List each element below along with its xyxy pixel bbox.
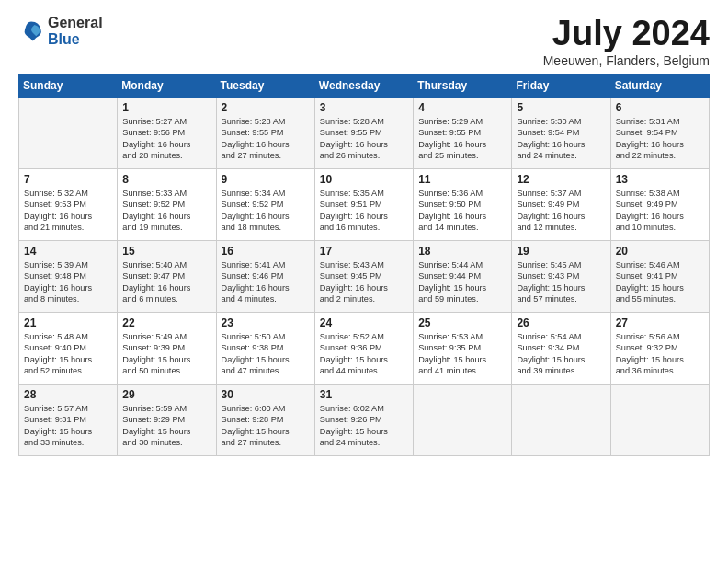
day-number: 10 [320, 173, 408, 186]
cell-content: Sunrise: 5:44 AM Sunset: 9:44 PM Dayligh… [418, 259, 506, 305]
calendar-cell: 31Sunrise: 6:02 AM Sunset: 9:26 PM Dayli… [314, 384, 413, 455]
cell-content: Sunrise: 5:29 AM Sunset: 9:55 PM Dayligh… [418, 116, 506, 162]
page-container: General Blue July 2024 Meeuwen, Flanders… [0, 0, 728, 465]
calendar-cell: 17Sunrise: 5:43 AM Sunset: 9:45 PM Dayli… [314, 240, 413, 312]
cell-content: Sunrise: 5:28 AM Sunset: 9:55 PM Dayligh… [222, 116, 310, 162]
calendar-cell: 18Sunrise: 5:44 AM Sunset: 9:44 PM Dayli… [414, 240, 512, 312]
day-number: 9 [222, 173, 310, 186]
calendar-cell: 11Sunrise: 5:36 AM Sunset: 9:50 PM Dayli… [414, 168, 512, 240]
day-number: 17 [320, 245, 408, 258]
calendar-cell: 3Sunrise: 5:28 AM Sunset: 9:55 PM Daylig… [314, 97, 413, 168]
calendar-cell: 14Sunrise: 5:39 AM Sunset: 9:48 PM Dayli… [19, 240, 118, 312]
day-number: 23 [222, 316, 310, 329]
cell-content: Sunrise: 5:45 AM Sunset: 9:43 PM Dayligh… [517, 259, 605, 305]
calendar-cell: 15Sunrise: 5:40 AM Sunset: 9:47 PM Dayli… [118, 240, 216, 312]
logo-general: General [48, 15, 103, 31]
cell-content: Sunrise: 5:31 AM Sunset: 9:54 PM Dayligh… [616, 116, 704, 162]
header-row: Sunday Monday Tuesday Wednesday Thursday… [19, 74, 710, 97]
calendar-cell: 10Sunrise: 5:35 AM Sunset: 9:51 PM Dayli… [314, 168, 413, 240]
calendar-cell: 22Sunrise: 5:49 AM Sunset: 9:39 PM Dayli… [118, 312, 216, 384]
cell-content: Sunrise: 5:37 AM Sunset: 9:49 PM Dayligh… [517, 188, 605, 234]
month-title: July 2024 [543, 15, 710, 53]
week-row-5: 28Sunrise: 5:57 AM Sunset: 9:31 PM Dayli… [19, 384, 710, 455]
calendar-cell: 5Sunrise: 5:30 AM Sunset: 9:54 PM Daylig… [512, 97, 610, 168]
day-number: 2 [222, 101, 310, 114]
day-number: 11 [418, 173, 506, 186]
cell-content: Sunrise: 5:50 AM Sunset: 9:38 PM Dayligh… [222, 331, 310, 377]
calendar-cell: 2Sunrise: 5:28 AM Sunset: 9:55 PM Daylig… [216, 97, 314, 168]
col-thursday: Thursday [414, 74, 512, 97]
day-number: 1 [122, 101, 210, 114]
cell-content: Sunrise: 5:27 AM Sunset: 9:56 PM Dayligh… [122, 116, 210, 162]
calendar-cell: 16Sunrise: 5:41 AM Sunset: 9:46 PM Dayli… [216, 240, 314, 312]
cell-content: Sunrise: 5:30 AM Sunset: 9:54 PM Dayligh… [517, 116, 605, 162]
calendar-cell: 30Sunrise: 6:00 AM Sunset: 9:28 PM Dayli… [216, 384, 314, 455]
logo: General Blue [18, 15, 103, 47]
day-number: 21 [24, 316, 112, 329]
cell-content: Sunrise: 5:36 AM Sunset: 9:50 PM Dayligh… [418, 188, 506, 234]
logo-blue: Blue [48, 31, 103, 48]
cell-content: Sunrise: 5:56 AM Sunset: 9:32 PM Dayligh… [616, 331, 704, 377]
day-number: 13 [616, 173, 704, 186]
title-block: July 2024 Meeuwen, Flanders, Belgium [543, 15, 710, 68]
day-number: 31 [320, 388, 408, 401]
day-number: 24 [320, 316, 408, 329]
day-number: 18 [418, 245, 506, 258]
day-number: 29 [122, 388, 210, 401]
day-number: 26 [517, 316, 605, 329]
cell-content: Sunrise: 5:40 AM Sunset: 9:47 PM Dayligh… [122, 259, 210, 305]
col-wednesday: Wednesday [314, 74, 413, 97]
col-sunday: Sunday [19, 74, 118, 97]
calendar-cell: 24Sunrise: 5:52 AM Sunset: 9:36 PM Dayli… [314, 312, 413, 384]
day-number: 8 [122, 173, 210, 186]
cell-content: Sunrise: 6:00 AM Sunset: 9:28 PM Dayligh… [222, 403, 310, 449]
calendar-cell: 7Sunrise: 5:32 AM Sunset: 9:53 PM Daylig… [19, 168, 118, 240]
calendar-cell: 8Sunrise: 5:33 AM Sunset: 9:52 PM Daylig… [118, 168, 216, 240]
cell-content: Sunrise: 5:54 AM Sunset: 9:34 PM Dayligh… [517, 331, 605, 377]
week-row-4: 21Sunrise: 5:48 AM Sunset: 9:40 PM Dayli… [19, 312, 710, 384]
col-friday: Friday [512, 74, 610, 97]
calendar-cell: 1Sunrise: 5:27 AM Sunset: 9:56 PM Daylig… [118, 97, 216, 168]
week-row-1: 1Sunrise: 5:27 AM Sunset: 9:56 PM Daylig… [19, 97, 710, 168]
cell-content: Sunrise: 5:35 AM Sunset: 9:51 PM Dayligh… [320, 188, 408, 234]
cell-content: Sunrise: 5:46 AM Sunset: 9:41 PM Dayligh… [616, 259, 704, 305]
day-number: 20 [616, 245, 704, 258]
day-number: 19 [517, 245, 605, 258]
cell-content: Sunrise: 5:34 AM Sunset: 9:52 PM Dayligh… [222, 188, 310, 234]
day-number: 16 [222, 245, 310, 258]
cell-content: Sunrise: 5:43 AM Sunset: 9:45 PM Dayligh… [320, 259, 408, 305]
cell-content: Sunrise: 5:49 AM Sunset: 9:39 PM Dayligh… [122, 331, 210, 377]
day-number: 4 [418, 101, 506, 114]
day-number: 28 [24, 388, 112, 401]
col-monday: Monday [118, 74, 216, 97]
calendar-cell: 28Sunrise: 5:57 AM Sunset: 9:31 PM Dayli… [19, 384, 118, 455]
cell-content: Sunrise: 5:52 AM Sunset: 9:36 PM Dayligh… [320, 331, 408, 377]
cell-content: Sunrise: 5:59 AM Sunset: 9:29 PM Dayligh… [122, 403, 210, 449]
cell-content: Sunrise: 5:32 AM Sunset: 9:53 PM Dayligh… [24, 188, 112, 234]
cell-content: Sunrise: 5:57 AM Sunset: 9:31 PM Dayligh… [24, 403, 112, 449]
calendar-cell [19, 97, 118, 168]
calendar-cell: 9Sunrise: 5:34 AM Sunset: 9:52 PM Daylig… [216, 168, 314, 240]
calendar-table: Sunday Monday Tuesday Wednesday Thursday… [18, 74, 710, 456]
calendar-cell [610, 384, 709, 455]
cell-content: Sunrise: 5:48 AM Sunset: 9:40 PM Dayligh… [24, 331, 112, 377]
day-number: 14 [24, 245, 112, 258]
calendar-cell: 4Sunrise: 5:29 AM Sunset: 9:55 PM Daylig… [414, 97, 512, 168]
day-number: 3 [320, 101, 408, 114]
day-number: 15 [122, 245, 210, 258]
day-number: 22 [122, 316, 210, 329]
cell-content: Sunrise: 5:38 AM Sunset: 9:49 PM Dayligh… [616, 188, 704, 234]
day-number: 12 [517, 173, 605, 186]
day-number: 25 [418, 316, 506, 329]
week-row-3: 14Sunrise: 5:39 AM Sunset: 9:48 PM Dayli… [19, 240, 710, 312]
cell-content: Sunrise: 5:41 AM Sunset: 9:46 PM Dayligh… [222, 259, 310, 305]
calendar-cell: 23Sunrise: 5:50 AM Sunset: 9:38 PM Dayli… [216, 312, 314, 384]
calendar-cell: 27Sunrise: 5:56 AM Sunset: 9:32 PM Dayli… [610, 312, 709, 384]
cell-content: Sunrise: 5:53 AM Sunset: 9:35 PM Dayligh… [418, 331, 506, 377]
week-row-2: 7Sunrise: 5:32 AM Sunset: 9:53 PM Daylig… [19, 168, 710, 240]
cell-content: Sunrise: 5:39 AM Sunset: 9:48 PM Dayligh… [24, 259, 112, 305]
calendar-cell [414, 384, 512, 455]
calendar-cell [512, 384, 610, 455]
day-number: 27 [616, 316, 704, 329]
day-number: 5 [517, 101, 605, 114]
